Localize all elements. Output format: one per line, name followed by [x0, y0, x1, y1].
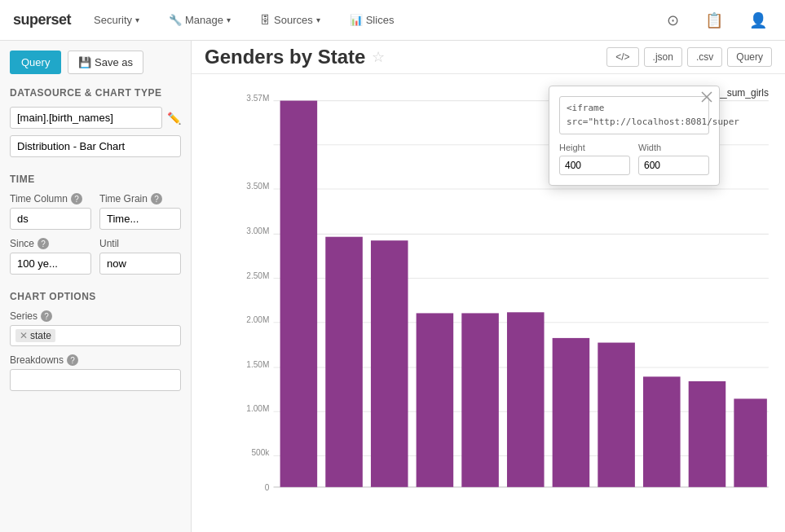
until-select[interactable]: now [99, 253, 181, 275]
nav-item-slices[interactable]: 📊 Slices [343, 9, 401, 31]
svg-text:500k: 500k [251, 447, 270, 458]
breakdowns-help-icon[interactable]: ? [67, 354, 78, 366]
time-grain-help-icon[interactable]: ? [151, 193, 162, 204]
time-column-select[interactable]: ds [10, 208, 91, 230]
since-select[interactable]: 100 ye... [10, 253, 91, 275]
breakdowns-input[interactable] [10, 369, 181, 391]
user-icon[interactable]: 👤 [744, 8, 772, 33]
svg-text:0: 0 [265, 482, 270, 493]
save-icon: 💾 [78, 56, 91, 68]
nav-label-security: Security [94, 14, 132, 26]
bookmark-icon[interactable]: 📋 [700, 8, 728, 33]
bar-NY[interactable] [371, 240, 408, 487]
chevron-down-icon: ▾ [227, 15, 231, 24]
embed-width-field: Width [638, 143, 709, 175]
time-section: Time Time Column ? ds Time Grain ? [10, 174, 181, 275]
chart-toolbar: Genders by State ☆ </> .json .csv Query [192, 41, 785, 74]
embed-close-button[interactable] [701, 91, 712, 105]
time-column-group: Time Column ? ds [10, 193, 91, 230]
svg-text:3.00M: 3.00M [246, 226, 269, 236]
until-group: Until now [99, 238, 181, 275]
embed-code: <iframe src="http://localhost:8081/super [559, 96, 709, 134]
time-column-label: Time Column [10, 193, 68, 204]
nav-item-sources[interactable]: 🗄 Sources ▾ [254, 9, 327, 31]
series-tag: ✕ state [15, 329, 55, 342]
query-view-button[interactable]: Query [727, 47, 772, 67]
embed-popup: <iframe src="http://localhost:8081/super… [549, 86, 720, 186]
svg-text:3.57M: 3.57M [246, 92, 269, 103]
bar-GA[interactable] [689, 381, 726, 487]
embed-button[interactable]: </> [606, 47, 638, 67]
bar-OH[interactable] [553, 338, 590, 487]
datasource-select[interactable]: [main].[birth_names] [10, 107, 162, 129]
chart-title-row: Genders by State ☆ [205, 46, 385, 68]
chart-title: Genders by State [205, 46, 365, 68]
toolbar-right: </> .json .csv Query [606, 47, 772, 67]
since-help-icon[interactable]: ? [37, 238, 49, 249]
bar-TX[interactable] [325, 237, 363, 487]
bar-NC[interactable] [734, 398, 766, 486]
time-grain-label: Time Grain [99, 193, 148, 204]
since-until-row: Since ? 100 ye... Until now [10, 238, 181, 275]
main-layout: Query 💾 Save as Datasource & Chart Type … [0, 41, 785, 532]
series-tag-input[interactable]: ✕ state [10, 325, 181, 346]
chart-area: Genders by State ☆ </> .json .csv Query … [192, 41, 785, 532]
datasource-section: Datasource & Chart Type [main].[birth_na… [10, 87, 181, 157]
width-label: Width [638, 143, 709, 152]
chevron-down-icon: ▾ [316, 15, 320, 24]
navbar: superset Security ▾ 🔧 Manage ▾ 🗄 Sources… [0, 0, 785, 41]
until-label: Until [99, 238, 119, 249]
nav-item-manage[interactable]: 🔧 Manage ▾ [162, 9, 237, 31]
svg-text:3.50M: 3.50M [246, 180, 269, 191]
nav-label-slices: Slices [366, 14, 395, 26]
chart-type-row: Distribution - Bar Chart [10, 135, 181, 157]
bar-CA[interactable] [280, 101, 318, 487]
time-column-help-icon[interactable]: ? [71, 193, 82, 204]
time-columns-row: Time Column ? ds Time Grain ? Time... [10, 193, 181, 230]
sidebar-actions: Query 💾 Save as [10, 51, 181, 74]
brand-logo: superset [13, 11, 71, 29]
svg-text:2.00M: 2.00M [246, 314, 269, 324]
svg-text:1.50M: 1.50M [246, 359, 269, 370]
svg-text:2.50M: 2.50M [246, 270, 269, 280]
json-button[interactable]: .json [644, 47, 682, 67]
chart-icon: 📊 [350, 14, 363, 26]
bar-MI[interactable] [598, 343, 635, 487]
wrench-icon: 🔧 [169, 14, 182, 26]
bar-FL[interactable] [417, 313, 454, 486]
svg-text:1.00M: 1.00M [246, 403, 269, 414]
bar-NJ[interactable] [643, 376, 681, 487]
time-grain-group: Time Grain ? Time... [99, 193, 181, 230]
breakdowns-label: Breakdowns [10, 354, 64, 366]
height-input[interactable] [559, 156, 630, 175]
save-as-button[interactable]: 💾 Save as [68, 51, 143, 74]
since-label: Since [10, 238, 34, 249]
edit-icon[interactable]: ✏️ [167, 112, 181, 125]
bar-PA[interactable] [507, 312, 545, 487]
datasource-row: [main].[birth_names] ✏️ [10, 107, 181, 129]
database-icon: 🗄 [260, 14, 271, 26]
chart-options-section: Chart Options Series ? ✕ state Breakdown… [10, 291, 181, 391]
csv-button[interactable]: .csv [687, 47, 722, 67]
tag-label: state [30, 330, 51, 341]
series-label: Series [10, 310, 37, 322]
time-section-title: Time [10, 174, 181, 185]
chevron-down-icon: ▾ [135, 15, 139, 24]
query-button[interactable]: Query [10, 51, 61, 74]
chart-type-select[interactable]: Distribution - Bar Chart [10, 135, 181, 157]
nav-label-sources: Sources [274, 14, 313, 26]
github-icon[interactable]: ⊙ [662, 8, 684, 33]
embed-height-field: Height [559, 143, 630, 175]
width-input[interactable] [638, 156, 709, 175]
height-label: Height [559, 143, 630, 152]
star-icon[interactable]: ☆ [372, 48, 385, 66]
nav-item-security[interactable]: Security ▾ [87, 9, 146, 31]
datasource-section-title: Datasource & Chart Type [10, 87, 181, 99]
tag-close-icon[interactable]: ✕ [20, 330, 28, 341]
bar-IL[interactable] [461, 313, 499, 486]
time-grain-select[interactable]: Time... [99, 208, 181, 230]
embed-fields: Height Width [559, 143, 709, 175]
sidebar: Query 💾 Save as Datasource & Chart Type … [0, 41, 192, 532]
since-group: Since ? 100 ye... [10, 238, 91, 275]
series-help-icon[interactable]: ? [41, 310, 52, 322]
